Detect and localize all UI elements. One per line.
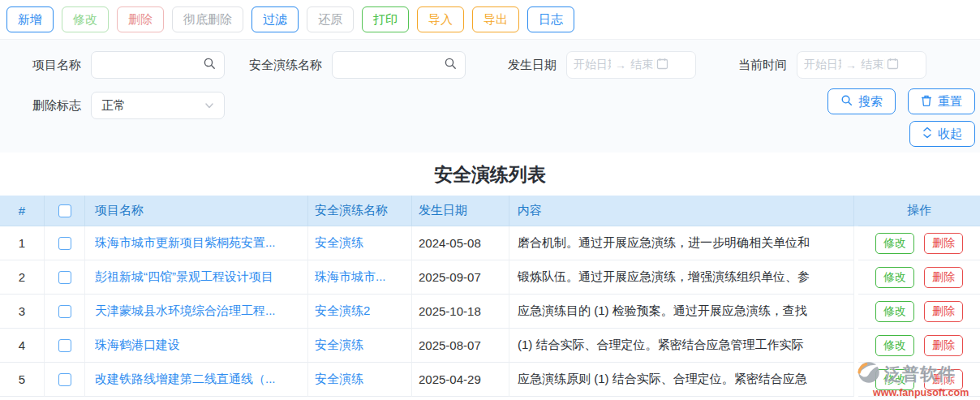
row-date: 2025-08-07: [412, 329, 509, 363]
project-link[interactable]: 珠海鹤港口建设: [95, 338, 180, 353]
filter-button[interactable]: 过滤: [251, 6, 299, 32]
row-edit-button[interactable]: 修改: [875, 301, 914, 322]
row-index: 2: [0, 260, 45, 295]
delete-flag-select[interactable]: 正常: [91, 92, 225, 119]
row-date: 2025-09-07: [412, 260, 509, 295]
row-delete-button[interactable]: 删除: [924, 369, 963, 390]
date-end-placeholder: 结束日期: [861, 58, 885, 72]
row-delete-button[interactable]: 删除: [924, 335, 963, 356]
restore-button[interactable]: 还原: [307, 6, 354, 32]
table-row: 2 彭祖新城“四馆”景观工程设计项目 珠海市城市... 2025-09-07 锻…: [0, 260, 980, 295]
row-content: 磨合机制。通过开展应急演练，进一步明确相关单位和: [509, 226, 854, 260]
row-delete-button[interactable]: 删除: [924, 267, 963, 288]
range-arrow-icon: →: [615, 58, 626, 71]
row-checkbox[interactable]: [58, 339, 71, 352]
date-end-placeholder: 结束日期: [630, 58, 655, 72]
row-delete-button[interactable]: 删除: [924, 301, 963, 322]
col-header-index: #: [0, 196, 45, 226]
current-time-range-picker[interactable]: 开始日期 → 结束日期: [797, 51, 926, 79]
calendar-icon: [655, 58, 668, 72]
table-row: 4 珠海鹤港口建设 安全演练 2025-08-07 (1) 结合实际、合理定位。…: [0, 329, 980, 363]
drill-link[interactable]: 安全演练: [315, 372, 363, 387]
row-edit-button[interactable]: 修改: [875, 369, 914, 390]
chevron-down-icon: [204, 99, 214, 113]
col-header-date: 发生日期: [412, 196, 509, 226]
date-start-placeholder: 开始日期: [804, 58, 841, 72]
row-index: 4: [0, 329, 45, 363]
trash-icon: [921, 94, 932, 109]
table-row: 3 天津蒙城县水环境综合治理工程... 安全演练2 2025-10-18 应急演…: [0, 295, 980, 329]
current-time-label: 当前时间: [738, 58, 787, 73]
delete-button[interactable]: 删除: [117, 6, 164, 32]
log-button[interactable]: 日志: [527, 6, 574, 32]
collapse-arrows-icon: [922, 127, 932, 141]
purge-button[interactable]: 彻底删除: [172, 6, 243, 32]
drill-link[interactable]: 安全演练: [315, 338, 363, 353]
row-index: 5: [0, 363, 45, 397]
row-date: 2025-04-29: [412, 363, 509, 397]
table-header-row: # 项目名称 安全演练名称 发生日期 内容 操作: [0, 196, 980, 226]
row-date: 2025-10-18: [412, 295, 509, 329]
table-row: 5 改建铁路线增建第二线直通线（... 安全演练 2025-04-29 应急演练…: [0, 363, 980, 397]
row-delete-button[interactable]: 删除: [924, 233, 963, 254]
select-all-checkbox[interactable]: [58, 204, 71, 217]
reset-button-label: 重置: [938, 94, 962, 110]
project-link[interactable]: 珠海市城市更新项目紫桐苑安置...: [95, 235, 276, 251]
collapse-button[interactable]: 收起: [909, 121, 975, 147]
calendar-icon: [885, 58, 899, 72]
date-start-placeholder: 开始日期: [574, 58, 611, 72]
drill-link[interactable]: 珠海市城市...: [315, 269, 386, 285]
filter-row-1: 项目名称 安全演练名称 发生日期 开始日期 → 结束日期 当前时间 开始日期: [32, 51, 980, 79]
row-content: 锻炼队伍。通过开展应急演练，增强演练组织单位、参: [509, 260, 854, 295]
col-header-project: 项目名称: [85, 196, 308, 226]
col-header-checkbox: [45, 196, 85, 226]
row-content: 应急演练原则 (1) 结合实际、合理定位。紧密结合应急: [509, 363, 854, 397]
project-name-label: 项目名称: [32, 58, 81, 73]
search-button[interactable]: 搜索: [827, 88, 896, 114]
drill-name-label: 安全演练名称: [249, 58, 322, 73]
row-checkbox[interactable]: [58, 237, 71, 250]
row-content: 应急演练目的 (1) 检验预案。通过开展应急演练，查找: [509, 295, 854, 329]
filter-panel: 项目名称 安全演练名称 发生日期 开始日期 → 结束日期 当前时间 开始日期: [0, 39, 980, 153]
row-date: 2024-05-08: [412, 226, 509, 260]
delete-flag-value: 正常: [101, 98, 126, 114]
search-button-label: 搜索: [858, 94, 883, 110]
delete-flag-label: 删除标志: [32, 98, 81, 114]
reset-button[interactable]: 重置: [908, 88, 975, 114]
row-checkbox[interactable]: [58, 305, 71, 318]
page-title: 安全演练列表: [0, 162, 980, 187]
export-button[interactable]: 导出: [472, 6, 519, 32]
drill-link[interactable]: 安全演练: [315, 235, 363, 251]
project-link[interactable]: 改建铁路线增建第二线直通线（...: [95, 372, 276, 387]
project-link[interactable]: 天津蒙城县水环境综合治理工程...: [95, 303, 276, 319]
print-button[interactable]: 打印: [362, 6, 409, 32]
table-row: 1 珠海市城市更新项目紫桐苑安置... 安全演练 2024-05-08 磨合机制…: [0, 226, 980, 260]
col-header-content: 内容: [509, 196, 854, 226]
row-index: 1: [0, 226, 45, 260]
project-name-input[interactable]: [91, 51, 225, 79]
row-edit-button[interactable]: 修改: [875, 233, 914, 254]
col-header-actions: 操作: [858, 196, 980, 226]
search-icon: [840, 94, 853, 109]
drill-name-input[interactable]: [332, 51, 466, 79]
row-edit-button[interactable]: 修改: [875, 335, 914, 356]
edit-button[interactable]: 修改: [62, 6, 109, 32]
occur-date-label: 发生日期: [508, 58, 557, 73]
occur-date-range-picker[interactable]: 开始日期 → 结束日期: [566, 51, 696, 79]
import-button[interactable]: 导入: [417, 6, 464, 32]
col-header-drill: 安全演练名称: [308, 196, 412, 226]
toolbar: 新增 修改 删除 彻底删除 过滤 还原 打印 导入 导出 日志: [0, 0, 980, 39]
search-icon: [203, 57, 216, 73]
range-arrow-icon: →: [845, 58, 857, 71]
row-index: 3: [0, 295, 45, 329]
drill-link[interactable]: 安全演练2: [315, 303, 370, 319]
add-button[interactable]: 新增: [6, 6, 54, 32]
row-checkbox[interactable]: [58, 271, 71, 284]
collapse-button-label: 收起: [938, 127, 962, 142]
row-checkbox[interactable]: [58, 373, 71, 386]
drill-table: # 项目名称 安全演练名称 发生日期 内容 操作 1 珠海市城市更新项目紫桐苑安…: [0, 196, 980, 397]
row-edit-button[interactable]: 修改: [875, 267, 914, 288]
row-content: (1) 结合实际、合理定位。紧密结合应急管理工作实际: [509, 329, 854, 363]
search-icon: [444, 57, 457, 73]
project-link[interactable]: 彭祖新城“四馆”景观工程设计项目: [95, 269, 273, 285]
